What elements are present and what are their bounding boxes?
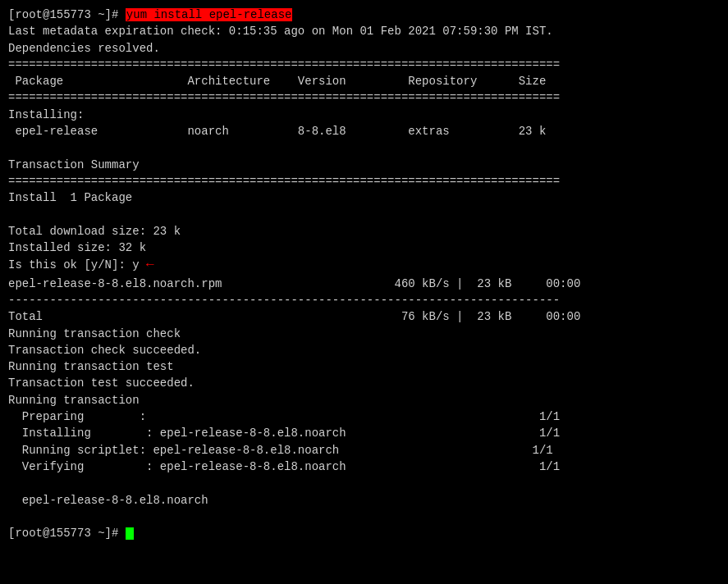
check-succeeded: Running transaction test — [8, 358, 720, 375]
install-count: Install 1 Package — [8, 189, 720, 206]
epel-rpm-line: ----------------------------------------… — [8, 292, 720, 308]
terminal-window: [root@155773 ~]# yum install epel-releas… — [0, 0, 728, 584]
downloading-label: epel-release-8-8.el8.noarch.rpm 460 kB/s… — [8, 276, 720, 292]
command-line: [root@155773 ~]# yum install epel-releas… — [8, 7, 720, 23]
transaction-summary: Transaction Summary — [8, 157, 720, 173]
command-text: yum install epel-release — [126, 8, 293, 21]
blank-1 — [8, 139, 720, 156]
separator-2: ========================================… — [8, 89, 720, 106]
table-header: Package Architecture Version Repository … — [8, 73, 720, 89]
blank-2 — [8, 207, 720, 223]
meta-line: Last metadata expiration check: 0:15:35 … — [8, 23, 720, 39]
epel-row: epel-release noarch 8-8.el8 extras 23 k — [8, 123, 720, 139]
blank-4 — [8, 509, 720, 525]
terminal-cursor[interactable] — [126, 527, 134, 540]
dashed-sep: Total 76 kB/s | 23 kB 00:00 — [8, 308, 720, 325]
deps-line: Dependencies resolved. — [8, 40, 720, 57]
is-ok-text: Is this ok [y/N]: y — [8, 258, 140, 271]
total-line: Running transaction check — [8, 326, 720, 342]
installing-line: Running scriptlet: epel-release-8-8.el8.… — [8, 442, 720, 459]
end-prompt: [root@155773 ~]# — [8, 527, 126, 540]
installed-size: Installed size: 32 k — [8, 240, 720, 256]
total-download: Total download size: 23 k — [8, 223, 720, 240]
scriptlet-line: Verifying : epel-release-8-8.el8.noarch … — [8, 459, 720, 475]
run-test: Transaction test succeeded. — [8, 375, 720, 391]
preparing-line: Installing : epel-release-8-8.el8.noarch… — [8, 425, 720, 441]
separator-3: ========================================… — [8, 173, 720, 189]
run-check: Transaction check succeeded. — [8, 342, 720, 358]
test-succeeded: Running transaction — [8, 392, 720, 408]
blank-3 — [8, 475, 720, 491]
end-prompt-line: [root@155773 ~]# — [8, 525, 720, 541]
installed-label-2: epel-release-8-8.el8.noarch — [8, 492, 720, 509]
installing-label: Installing: — [8, 107, 720, 123]
separator-1: ========================================… — [8, 57, 720, 73]
prompt-user: [root@155773 ~]# — [8, 8, 126, 21]
red-arrow-icon: ← — [146, 258, 154, 272]
run-transaction: Preparing : 1/1 — [8, 408, 720, 425]
is-ok-line: Is this ok [y/N]: y ← — [8, 256, 720, 275]
